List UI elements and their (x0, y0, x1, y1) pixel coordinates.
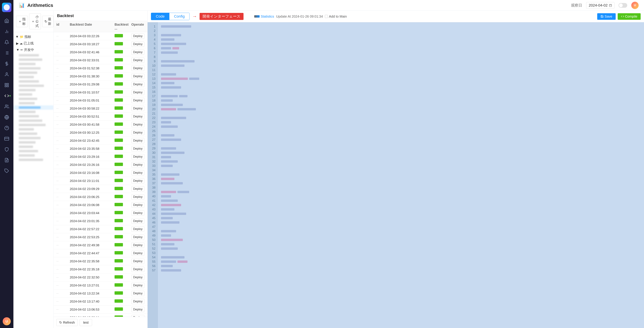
list-item[interactable] (14, 57, 54, 62)
deploy-button[interactable]: Deploy (131, 154, 144, 159)
list-item[interactable] (14, 66, 54, 70)
list-item[interactable] (14, 92, 54, 97)
compile-button[interactable]: Compile (618, 13, 641, 20)
sidebar-item-circle[interactable] (2, 123, 12, 133)
list-item[interactable] (14, 75, 54, 79)
deploy-button[interactable]: Deploy (131, 210, 144, 216)
list-item[interactable] (14, 140, 54, 145)
sidebar-item-balance[interactable] (2, 59, 12, 68)
deploy-button[interactable]: Deploy (131, 299, 144, 304)
deploy-button[interactable]: Deploy (131, 227, 144, 232)
list-item[interactable] (14, 105, 54, 110)
list-item[interactable] (14, 97, 54, 101)
refresh-latest-button[interactable]: ↻ 最新 (42, 16, 54, 27)
deploy-button[interactable]: Deploy (131, 66, 144, 71)
deploy-button[interactable]: Deploy (131, 251, 144, 256)
app-logo[interactable] (2, 3, 12, 12)
save-button[interactable]: Save (597, 13, 616, 20)
deploy-button[interactable]: Deploy (131, 170, 144, 175)
list-item[interactable] (14, 114, 54, 118)
deploy-button[interactable]: Deploy (131, 106, 144, 111)
sidebar-item-home[interactable] (2, 16, 12, 25)
deploy-button[interactable]: Deploy (131, 186, 144, 191)
code-area[interactable] (158, 22, 644, 328)
deploy-button[interactable]: Deploy (131, 162, 144, 167)
list-item[interactable] (14, 158, 54, 162)
deploy-button[interactable]: Deploy (131, 218, 144, 224)
sidebar-item-doc[interactable] (2, 155, 12, 165)
deploy-button[interactable]: Deploy (131, 283, 144, 288)
sidebar-item-grid[interactable] (2, 80, 12, 90)
avatar[interactable]: U (3, 317, 11, 325)
deploy-button[interactable]: Deploy (131, 259, 144, 264)
deploy-button[interactable]: Deploy (131, 90, 144, 95)
deploy-button[interactable]: Deploy (131, 130, 144, 135)
deploy-button[interactable]: Deploy (131, 33, 144, 39)
sidebar-item-chart[interactable] (2, 27, 12, 36)
tree-node-dev[interactable]: ▼ ✏ 开发中 (14, 46, 54, 53)
deploy-button[interactable]: Deploy (131, 178, 144, 183)
list-item[interactable] (14, 79, 54, 84)
deploy-button[interactable]: Deploy (131, 114, 144, 119)
tree-node-online[interactable]: ▶ ☁ 已上线 (14, 40, 54, 46)
list-item[interactable] (14, 101, 54, 105)
observation-date-label: 观察日 (571, 3, 582, 8)
deploy-button[interactable]: Deploy (131, 98, 144, 103)
deploy-button[interactable]: Deploy (131, 41, 144, 47)
list-item[interactable] (14, 62, 54, 66)
date-picker[interactable]: 2024-04-02 (586, 2, 614, 9)
code-line (161, 185, 641, 190)
tree-root[interactable]: ▼ 📁 指标 (14, 33, 54, 40)
list-item[interactable] (14, 127, 54, 131)
list-item[interactable] (14, 110, 54, 114)
tab-code[interactable]: Code (151, 13, 170, 20)
deploy-button[interactable]: Deploy (131, 291, 144, 296)
sidebar-item-users[interactable] (2, 102, 12, 111)
deploy-button[interactable]: Deploy (131, 138, 144, 143)
sidebar-item-code[interactable] (2, 91, 12, 100)
dark-mode-toggle[interactable] (618, 3, 627, 8)
sidebar-item-person[interactable] (2, 70, 12, 79)
sidebar-item-wallet[interactable] (2, 134, 12, 143)
sidebar-item-group[interactable] (2, 113, 12, 122)
list-item[interactable] (14, 145, 54, 149)
list-item[interactable] (14, 131, 54, 136)
test-button[interactable]: test (80, 319, 92, 326)
user-avatar[interactable]: U (631, 2, 639, 9)
deploy-button[interactable]: Deploy (131, 194, 144, 200)
list-item[interactable] (14, 153, 54, 158)
deploy-button[interactable]: Deploy (131, 315, 144, 317)
deploy-button[interactable]: Deploy (131, 58, 144, 63)
list-item[interactable] (14, 53, 54, 57)
sidebar-item-list[interactable] (2, 48, 12, 58)
sidebar-item-tag[interactable] (2, 166, 12, 176)
deploy-button[interactable]: Deploy (131, 275, 144, 280)
deploy-button[interactable]: Deploy (131, 202, 144, 208)
deploy-button[interactable]: Deploy (131, 307, 144, 312)
deploy-button[interactable]: Deploy (131, 243, 144, 248)
list-item[interactable] (14, 70, 54, 75)
sidebar-item-bell[interactable] (2, 37, 12, 47)
add-indicator-button[interactable]: ＋ 指标 (16, 16, 28, 27)
table-row: ··· 2024-04-02 22:35:58 Deploy (54, 257, 148, 265)
deploy-button[interactable]: Deploy (131, 74, 144, 79)
list-item[interactable] (14, 136, 54, 140)
add-formula-button[interactable]: ＋ 小公式 (29, 13, 41, 29)
list-item[interactable] (14, 118, 54, 123)
tab-config[interactable]: Config (170, 13, 190, 20)
row-date: 2024-04-02 13:17:40 (70, 300, 114, 303)
deploy-button[interactable]: Deploy (131, 146, 144, 151)
deploy-button[interactable]: Deploy (131, 235, 144, 240)
sidebar-item-shield[interactable] (2, 145, 12, 154)
deploy-button[interactable]: Deploy (131, 122, 144, 127)
list-item[interactable] (14, 88, 54, 92)
code-block (161, 178, 174, 180)
refresh-button[interactable]: ↻ Refresh (56, 319, 78, 326)
add-to-main-checkbox[interactable]: Add to Main (325, 14, 347, 18)
deploy-button[interactable]: Deploy (131, 267, 144, 272)
deploy-button[interactable]: Deploy (131, 82, 144, 87)
list-item[interactable] (14, 149, 54, 153)
list-item[interactable] (14, 123, 54, 127)
deploy-button[interactable]: Deploy (131, 49, 144, 55)
list-item[interactable] (14, 84, 54, 88)
